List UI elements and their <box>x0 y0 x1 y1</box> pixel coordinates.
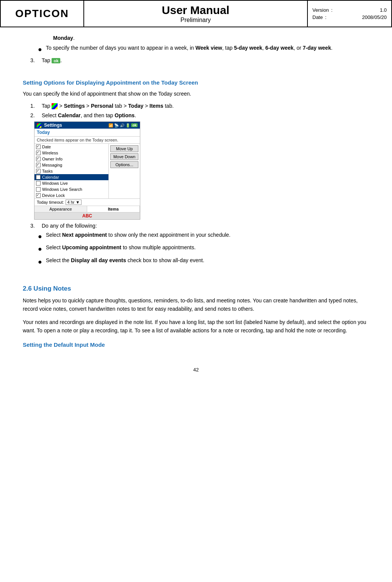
tab-items[interactable]: Items <box>87 206 140 212</box>
date-label: Date <box>312 14 323 20</box>
screen-item-list: Date Wireless Owner Info Messaging <box>34 144 109 198</box>
section-heading-input: Setting the Default Input Mode <box>23 341 369 348</box>
main-title: User Manual <box>162 4 229 17</box>
screen-timeout-row: Today timeout: 4 hr ▼ <box>34 198 140 206</box>
item-label-calendar: Calendar <box>42 175 59 179</box>
list-item-windows-live-search: Windows Live Search <box>34 186 108 192</box>
page-content: Monday. ● To specify the number of days … <box>0 27 392 359</box>
monday-bold: Monday <box>53 35 73 41</box>
screen-action-buttons: Move Up Move Down Options... <box>109 144 140 198</box>
list-item-messaging: Messaging <box>34 162 108 168</box>
section-intro: You can specify the kind of appointment … <box>23 90 369 98</box>
step1-text: Tap > Settings > Personal tab > Today > … <box>42 103 174 109</box>
icon-battery: 🔋 <box>125 123 130 127</box>
version-label: Version <box>312 7 329 13</box>
screen-win-flag <box>37 123 41 128</box>
screen-tab-label: Today <box>34 129 140 137</box>
tap-ok-list: 3. Tap ok. <box>23 57 369 63</box>
screen-title-text: Settings <box>37 123 62 128</box>
step3-bullets: ● Select Next appointment to show only t… <box>23 232 369 267</box>
checkbox-messaging <box>36 163 41 167</box>
version-colon: : <box>331 7 332 13</box>
list-item-date: Date <box>34 144 108 150</box>
item-label-windows-live-search: Windows Live Search <box>42 187 82 192</box>
item-label-wireless: Wireless <box>42 151 58 155</box>
screen-titlebar: Settings 📶 📡 🔊 🔋 ok <box>34 122 140 129</box>
document-title: User Manual Preliminary <box>84 1 308 27</box>
page-header: OPTICON User Manual Preliminary Version … <box>0 0 392 27</box>
date-value: 2008/05/20 <box>362 14 387 20</box>
icon-signal: 📶 <box>108 123 113 127</box>
checkbox-windows-live <box>36 181 41 186</box>
bullet-dot-2: ● <box>38 244 42 254</box>
icon-sound: 🔊 <box>120 123 124 127</box>
item-label-windows-live: Windows Live <box>42 181 68 186</box>
timeout-value: 4 hr ▼ <box>66 200 82 205</box>
step-1: 1. Tap > Settings > Personal tab > Today… <box>23 103 369 109</box>
ok-button-image: ok <box>52 58 60 63</box>
bullet-upcoming-text: Select Upcoming appointment to show mult… <box>46 244 196 250</box>
list-item-calendar: Calendar <box>34 174 108 180</box>
bullet-dot: ● <box>38 45 42 54</box>
screen-icons: 📶 📡 🔊 🔋 ok <box>108 123 138 127</box>
step2-text: Select Calendar, and then tap Options. <box>42 112 136 118</box>
icon-ok-small: ok <box>131 123 138 127</box>
move-up-button[interactable]: Move Up <box>110 145 138 152</box>
step3-text: Do any of the following: <box>42 223 97 229</box>
checkbox-tasks <box>36 169 41 173</box>
options-button[interactable]: Options... <box>110 161 138 168</box>
list-item-tasks: Tasks <box>34 168 108 174</box>
item-label-device-lock: Device Lock <box>42 193 65 198</box>
step-2: 2. Select Calendar, and then tap Options… <box>23 112 369 118</box>
document-meta: Version : 1.0 Date : 2008/05/20 <box>308 1 391 27</box>
bullet-next-appointment: ● Select Next appointment to show only t… <box>23 232 369 241</box>
notes-para1: Notes helps you to quickly capture thoug… <box>23 296 369 313</box>
step3-list: 3. Do any of the following: <box>23 223 369 229</box>
step1-number: 1. <box>30 103 42 109</box>
date-colon: : <box>325 14 326 20</box>
step3-number: 3. <box>30 223 42 229</box>
list-item-device-lock: Device Lock <box>34 192 108 198</box>
item-label-owner: Owner Info <box>42 157 63 161</box>
item-label-date: Date <box>42 145 51 149</box>
bullet-upcoming-appointment: ● Select Upcoming appointment to show mu… <box>23 244 369 254</box>
version-value: 1.0 <box>380 7 387 13</box>
bullet-display-text: Select the Display all day events check … <box>46 257 204 263</box>
item-label-tasks: Tasks <box>42 169 53 173</box>
step-number: 3. <box>30 57 42 63</box>
screen-hint: Checked items appear on the Today screen… <box>34 137 140 144</box>
steps-list: 1. Tap > Settings > Personal tab > Today… <box>23 103 369 118</box>
bullet-dot-3: ● <box>38 257 42 267</box>
screen-main-area: Date Wireless Owner Info Messaging <box>34 144 140 198</box>
section-h2-notes: 2.6 Using Notes <box>23 285 369 293</box>
item-label-messaging: Messaging <box>42 163 62 167</box>
step-tap-ok: 3. Tap ok. <box>23 57 369 63</box>
bullet-next-text: Select Next appointment to show only the… <box>46 232 230 238</box>
bullet-week-text: To specify the number of days you want t… <box>46 45 332 51</box>
step-3: 3. Do any of the following: <box>23 223 369 229</box>
bullet-week-view: ● To specify the number of days you want… <box>23 45 369 54</box>
checkbox-date <box>36 145 41 149</box>
step-tap-ok-text: Tap ok. <box>42 57 62 63</box>
bullet-display-all-day: ● Select the Display all day events chec… <box>23 257 369 267</box>
subtitle: Preliminary <box>180 17 211 24</box>
intro-bullet-list: ● To specify the number of days you want… <box>23 45 369 54</box>
step2-number: 2. <box>30 112 42 118</box>
notes-para2: Your notes and recordings are displayed … <box>23 318 369 335</box>
tab-appearance[interactable]: Appearance <box>34 206 87 212</box>
checkbox-windows-live-search <box>36 187 41 192</box>
timeout-label: Today timeout: <box>37 200 64 204</box>
bullet-dot-1: ● <box>38 232 42 241</box>
list-item-windows-live: Windows Live <box>34 180 108 186</box>
windows-flag-icon <box>52 103 58 109</box>
icon-wifi: 📡 <box>114 123 119 127</box>
screen-abc-bar: ABC <box>34 212 140 219</box>
checkbox-calendar <box>36 175 41 179</box>
list-item-wireless: Wireless <box>34 150 108 156</box>
section-heading-today: Setting Options for Displaying Appointme… <box>23 79 369 86</box>
screen-bottom-tabs: Appearance Items <box>34 206 140 212</box>
checkbox-device-lock <box>36 193 41 198</box>
move-down-button[interactable]: Move Down <box>110 153 138 160</box>
page-number: 42 <box>0 359 392 376</box>
checkbox-owner <box>36 157 41 161</box>
